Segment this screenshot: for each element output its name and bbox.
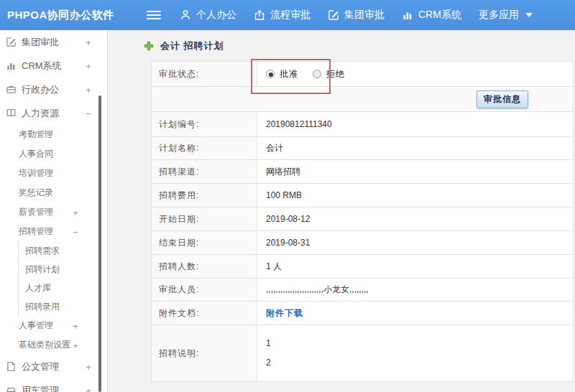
- field-label: 结束日期:: [152, 231, 257, 254]
- description-line: 2: [266, 353, 271, 373]
- sidebar-item-label: 行政办公: [22, 83, 59, 96]
- nav-label: 更多应用: [479, 9, 519, 22]
- radio-approve[interactable]: [266, 70, 275, 78]
- attachment-download-link[interactable]: 附件下载: [266, 307, 303, 319]
- sidebar-item-training[interactable]: 培训管理: [0, 164, 107, 183]
- field-label: 开始日期:: [152, 207, 257, 230]
- sidebar-item-recruit-hire[interactable]: 招聘录用: [19, 297, 107, 316]
- sidebar-item-rewards[interactable]: 奖惩记录: [0, 183, 107, 202]
- sidebar-item-label: 集团审批: [22, 36, 59, 49]
- field-label: 招聘费用:: [152, 184, 257, 207]
- field-value: 2019-08-12: [257, 207, 573, 230]
- expand-icon[interactable]: +: [71, 340, 80, 350]
- sidebar-item-label: 人事合同: [19, 148, 53, 160]
- book-icon: [6, 108, 17, 118]
- hamburger-menu-icon[interactable]: [147, 9, 161, 22]
- bar-chart-icon: [402, 9, 413, 21]
- field-value: 1 人: [257, 255, 573, 278]
- field-label: 招聘渠道:: [152, 160, 257, 183]
- sidebar-item-hr[interactable]: 人力资源 −: [0, 101, 107, 125]
- field-value: 会计: [257, 137, 573, 159]
- sidebar-item-label: 基础类别设置: [19, 339, 70, 351]
- sidebar-item-documents[interactable]: 公文管理 +: [0, 355, 107, 378]
- sidebar-item-label: 人力资源: [22, 107, 59, 120]
- approval-radio-group: 批准 拒绝: [257, 62, 573, 86]
- sidebar-item-label: 招聘录用: [25, 301, 60, 313]
- table-row: 招聘人数: 1 人: [152, 255, 573, 279]
- nav-process-approval[interactable]: 流程审批: [254, 9, 310, 22]
- table-row: 开始日期: 2019-08-12: [152, 207, 573, 231]
- expand-icon[interactable]: +: [84, 385, 93, 392]
- approval-info-button[interactable]: 审批信息: [477, 90, 528, 108]
- nav-group-approval[interactable]: 集团审批: [328, 9, 385, 22]
- sidebar-item-recruit-plan[interactable]: 招聘计划: [19, 260, 107, 279]
- radio-approve-label[interactable]: 批准: [280, 68, 298, 80]
- radio-reject-label[interactable]: 拒绝: [326, 68, 345, 80]
- expand-icon[interactable]: +: [71, 207, 80, 218]
- nav-personal-office[interactable]: 个人办公: [180, 9, 236, 22]
- nav-more-apps[interactable]: 更多应用: [479, 9, 533, 22]
- sidebar-item-vehicle[interactable]: 用车管理 +: [0, 378, 107, 392]
- page-title-bar: 会计 招聘计划: [108, 30, 575, 61]
- sidebar-item-label: 考勤管理: [19, 129, 53, 141]
- expand-icon[interactable]: +: [84, 84, 93, 95]
- table-row: 结束日期: 2019-08-31: [152, 231, 573, 255]
- sidebar-item-admin-office[interactable]: 行政办公 +: [0, 78, 107, 101]
- sidebar-scrollbar[interactable]: [98, 95, 101, 392]
- nav-crm-system[interactable]: CRM系统: [402, 9, 461, 22]
- page-title: 会计 招聘计划: [160, 39, 224, 52]
- sidebar-item-hr-contract[interactable]: 人事合同: [0, 144, 107, 164]
- field-value: ,,,,,,,,,,,,,,,,,,,,,,,,小龙女,,,,,,,,: [257, 279, 573, 301]
- sidebar-item-recruit-mgmt[interactable]: 招聘管理 −: [0, 222, 107, 241]
- field-label: 审批状态:: [152, 62, 257, 86]
- field-value: 100 RMB: [257, 184, 573, 207]
- sidebar-item-label: 人事管理: [19, 319, 53, 332]
- field-label: 计划名称:: [152, 137, 257, 159]
- sidebar-item-salary[interactable]: 薪资管理 +: [0, 202, 107, 222]
- expand-icon[interactable]: +: [84, 60, 93, 71]
- description-line: 1: [266, 334, 271, 353]
- sidebar-item-crm[interactable]: CRM系统 +: [0, 54, 107, 78]
- field-value: 2019-08-31: [257, 231, 573, 254]
- edit-square-icon: [328, 9, 339, 21]
- person-icon: [180, 9, 191, 21]
- expand-icon[interactable]: +: [84, 361, 93, 372]
- sidebar-item-label: 薪资管理: [19, 206, 53, 218]
- table-row: 招聘渠道: 网络招聘: [152, 160, 573, 184]
- field-label: 计划编号:: [152, 112, 257, 136]
- sidebar-item-label: 招聘需求: [25, 245, 60, 257]
- sidebar: 集团审批 + CRM系统 + 行政办公 + 人力资源 − 考勤管理 人事合同 培…: [0, 30, 108, 392]
- document-icon: [6, 361, 17, 372]
- sidebar-item-base-category[interactable]: 基础类别设置 +: [0, 335, 107, 355]
- briefcase-icon: [6, 84, 17, 95]
- collapse-icon[interactable]: −: [84, 108, 93, 118]
- bar-chart-icon: [6, 60, 17, 71]
- sidebar-item-label: 招聘计划: [25, 263, 60, 276]
- sidebar-item-label: 招聘管理: [19, 225, 53, 238]
- table-row-description: 招聘说明: 1 2: [152, 325, 573, 382]
- recruit-plan-form: 审批状态: 批准 拒绝 审批信息 计划编号: 20190812111340 计划…: [151, 61, 574, 382]
- nav-label: 个人办公: [196, 9, 236, 22]
- nav-label: 流程审批: [270, 9, 310, 22]
- car-icon: [6, 385, 17, 392]
- sidebar-item-talent-pool[interactable]: 人才库: [19, 279, 107, 297]
- app-logo: PHPOA协同办公软件: [7, 9, 138, 22]
- caret-down-icon: [525, 13, 533, 17]
- sidebar-item-label: 人才库: [25, 282, 51, 294]
- sidebar-item-attendance[interactable]: 考勤管理: [0, 125, 107, 144]
- sidebar-item-personnel-mgmt[interactable]: 人事管理 +: [0, 316, 107, 335]
- collapse-icon[interactable]: −: [71, 226, 80, 237]
- main-content: 会计 招聘计划 审批状态: 批准 拒绝 审批信息 计划编号: 201908121…: [108, 30, 575, 392]
- radio-reject[interactable]: [313, 70, 321, 78]
- table-row-approval-status: 审批状态: 批准 拒绝: [152, 62, 573, 87]
- expand-icon[interactable]: +: [84, 37, 93, 47]
- field-value: 20190812111340: [257, 112, 573, 136]
- field-value: 网络招聘: [257, 160, 573, 183]
- sidebar-item-group-approval[interactable]: 集团审批 +: [0, 30, 107, 54]
- sidebar-item-label: CRM系统: [22, 60, 62, 73]
- top-nav: 个人办公 流程审批 集团审批 CRM系统 更多应用: [171, 9, 541, 22]
- expand-icon[interactable]: +: [71, 320, 80, 331]
- top-bar: PHPOA协同办公软件 个人办公 流程审批 集团审批 CRM系统: [0, 0, 575, 30]
- sidebar-item-recruit-demand[interactable]: 招聘需求: [19, 241, 107, 260]
- nav-label: CRM系统: [418, 9, 461, 22]
